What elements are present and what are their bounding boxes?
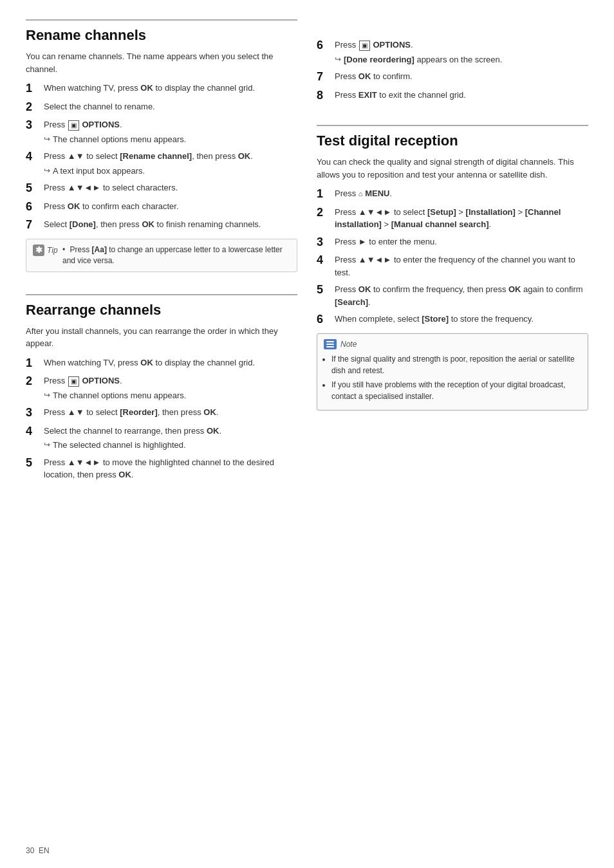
test-step-3: 3 Press ► to enter the menu. [317, 235, 588, 250]
rearrange-step-num-7: 7 [317, 70, 335, 84]
rename-step-4: 4 Press ▲▼ to select [Rename channel], t… [26, 150, 297, 177]
test-step-content-5: Press OK to confirm the frequency, then … [335, 283, 588, 308]
test-step-6: 6 When complete, select [Store] to store… [317, 313, 588, 327]
rename-step-5: 5 Press ▲▼◄► to select characters. [26, 181, 297, 196]
rename-step-3-sub: ↪ The channel options menu appears. [44, 133, 297, 146]
test-step-2: 2 Press ▲▼◄► to select [Setup] > [Instal… [317, 206, 588, 231]
rearrange-continued-section: 6 Press ▣ OPTIONS. ↪ [Done reordering] a… [317, 19, 588, 107]
test-step-content-4: Press ▲▼◄► to enter the frequency of the… [335, 254, 588, 279]
test-step-content-1: Press ⌂ MENU. [335, 187, 588, 200]
tip-box: ✱ Tip • Press [Aa] to change an uppercas… [26, 239, 297, 272]
rearrange-steps-continued: 6 Press ▣ OPTIONS. ↪ [Done reordering] a… [317, 39, 588, 102]
rearrange-step-8: 8 Press EXIT to exit the channel grid. [317, 89, 588, 103]
note-line-1 [326, 341, 334, 342]
step-num-5: 5 [26, 181, 44, 196]
left-column: Rename channels You can rename channels.… [26, 19, 297, 497]
rearrange-step-num-1: 1 [26, 356, 44, 371]
rearrange-step-4-sub-text: The selected channel is highlighted. [53, 439, 186, 452]
test-digital-intro: You can check the quality and signal str… [317, 156, 588, 181]
rename-step-1: 1 When watching TV, press OK to display … [26, 82, 297, 96]
note-line-2 [326, 344, 334, 345]
rearrange-step-num-8: 8 [317, 89, 335, 103]
rename-step-3: 3 Press ▣ OPTIONS. ↪ The channel options… [26, 118, 297, 145]
rearrange-step-3: 3 Press ▲▼ to select [Reorder], then pre… [26, 406, 297, 420]
tip-label: Tip [47, 246, 58, 255]
rename-step-7: 7 Select [Done], then press OK to finish… [26, 218, 297, 232]
test-digital-steps-list: 1 Press ⌂ MENU. 2 Press ▲▼◄► to select [… [317, 187, 588, 327]
rename-channels-section: Rename channels You can rename channels.… [26, 19, 297, 282]
options-icon: ▣ [68, 120, 79, 131]
test-step-num-5: 5 [317, 283, 335, 297]
test-step-num-1: 1 [317, 187, 335, 201]
test-step-num-2: 2 [317, 206, 335, 220]
note-header: Note [324, 339, 581, 349]
rearrange-step-2-sub-text: The channel options menu appears. [53, 389, 186, 402]
test-step-4: 4 Press ▲▼◄► to enter the frequency of t… [317, 254, 588, 279]
test-step-content-2: Press ▲▼◄► to select [Setup] > [Installa… [335, 206, 588, 231]
rearrange-step-2-sub: ↪ The channel options menu appears. [44, 389, 297, 402]
rename-step-6: 6 Press OK to confirm each character. [26, 200, 297, 214]
step-content-2: Select the channel to rename. [44, 100, 297, 113]
note-item-2: If you still have problems with the rece… [331, 379, 581, 402]
rearrange-step-2: 2 Press ▣ OPTIONS. ↪ The channel options… [26, 374, 297, 402]
rearrange-step-content-7: Press OK to confirm. [335, 70, 588, 83]
rearrange-step-4: 4 Select the channel to rearrange, then … [26, 425, 297, 452]
note-icon [324, 339, 337, 349]
rearrange-step-7: 7 Press OK to confirm. [317, 70, 588, 84]
step-content-7: Select [Done], then press OK to finish r… [44, 218, 297, 231]
arrow-icon-3: ↪ [44, 439, 50, 450]
step-num-1: 1 [26, 82, 44, 96]
note-label: Note [340, 340, 357, 349]
step-content-1: When watching TV, press OK to display th… [44, 82, 297, 95]
step-num-2: 2 [26, 100, 44, 115]
step-content-5: Press ▲▼◄► to select characters. [44, 181, 297, 194]
rearrange-step-num-6: 6 [317, 39, 335, 53]
rearrange-channels-title: Rearrange channels [26, 294, 297, 319]
rearrange-step-content-2: Press ▣ OPTIONS. ↪ The channel options m… [44, 374, 297, 402]
test-step-content-3: Press ► to enter the menu. [335, 235, 588, 248]
note-box: Note If the signal quality and strength … [317, 333, 588, 411]
lang-label: EN [39, 846, 50, 855]
note-icon-lines [324, 340, 336, 349]
rearrange-step-6-sub-text: [Done reordering] appears on the screen. [344, 53, 502, 66]
rename-step-4-sub: ↪ A text input box appears. [44, 165, 297, 178]
tip-star-icon: ✱ [33, 245, 44, 256]
note-item-1: If the signal quality and strength is po… [331, 353, 581, 376]
step-num-3: 3 [26, 118, 44, 133]
test-step-5: 5 Press OK to confirm the frequency, the… [317, 283, 588, 308]
rearrange-step-content-8: Press EXIT to exit the channel grid. [335, 89, 588, 102]
rearrange-step-num-4: 4 [26, 425, 44, 439]
page-number: 30 [26, 846, 34, 855]
home-icon: ⌂ [358, 189, 363, 199]
test-step-1: 1 Press ⌂ MENU. [317, 187, 588, 201]
arrow-icon-2: ↪ [44, 389, 50, 401]
step-3-sub-text: The channel options menu appears. [53, 133, 186, 146]
rearrange-step-num-3: 3 [26, 406, 44, 420]
note-content: If the signal quality and strength is po… [324, 353, 581, 402]
rearrange-step-content-5: Press ▲▼◄► to move the highlighted chann… [44, 456, 297, 481]
arrow-icon: ↪ [44, 133, 50, 145]
test-digital-title: Test digital reception [317, 125, 588, 149]
step-num-7: 7 [26, 218, 44, 232]
rename-channels-intro: You can rename channels. The name appear… [26, 50, 297, 75]
test-step-num-4: 4 [317, 254, 335, 268]
arrow-icon-4: ↪ [335, 53, 341, 65]
rearrange-step-num-5: 5 [26, 456, 44, 470]
rearrange-step-5: 5 Press ▲▼◄► to move the highlighted cha… [26, 456, 297, 481]
step-content-3: Press ▣ OPTIONS. ↪ The channel options m… [44, 118, 297, 145]
test-step-content-6: When complete, select [Store] to store t… [335, 313, 588, 326]
arrow-icon: ↪ [44, 165, 50, 176]
rename-steps-list: 1 When watching TV, press OK to display … [26, 82, 297, 232]
rename-channels-title: Rename channels [26, 19, 297, 44]
step-num-4: 4 [26, 150, 44, 164]
note-line-3 [326, 346, 334, 347]
step-num-6: 6 [26, 200, 44, 214]
rearrange-step-1: 1 When watching TV, press OK to display … [26, 356, 297, 371]
rename-step-2: 2 Select the channel to rename. [26, 100, 297, 115]
rearrange-step-content-4: Select the channel to rearrange, then pr… [44, 425, 297, 452]
test-step-num-6: 6 [317, 313, 335, 327]
test-step-num-3: 3 [317, 235, 335, 250]
rearrange-step-content-3: Press ▲▼ to select [Reorder], then press… [44, 406, 297, 419]
rearrange-step-content-1: When watching TV, press OK to display th… [44, 356, 297, 369]
options-icon-2: ▣ [68, 376, 79, 387]
